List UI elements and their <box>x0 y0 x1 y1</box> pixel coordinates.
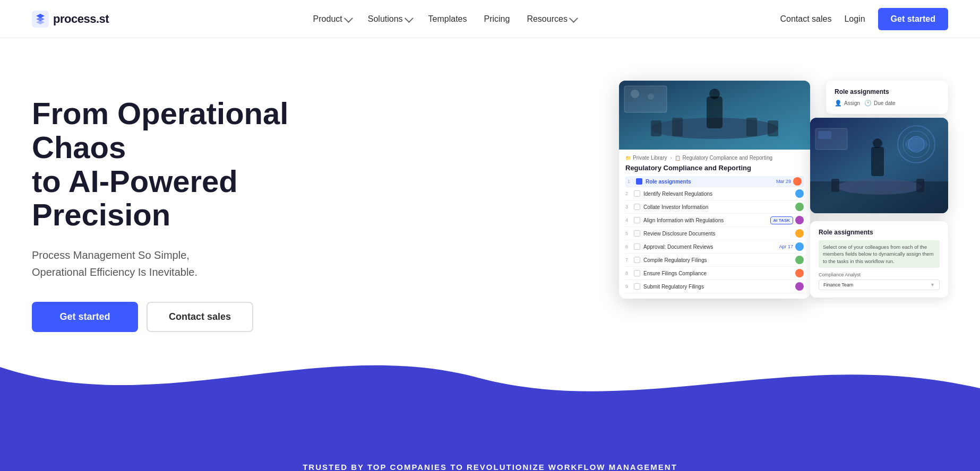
contact-sales-hero-button[interactable]: Contact sales <box>147 302 253 332</box>
ai-task-badge: AI TASK <box>770 216 793 224</box>
large-office-image <box>810 118 948 213</box>
task-checkbox[interactable] <box>634 204 640 210</box>
logo[interactable]: process.st <box>32 11 109 28</box>
svg-point-8 <box>709 89 720 99</box>
task-item: 5 Review Disclosure Documents <box>625 227 804 240</box>
task-checkbox[interactable] <box>634 230 640 237</box>
nav-resources[interactable]: Resources <box>527 14 575 24</box>
hero-buttons: Get started Contact sales <box>32 302 329 332</box>
due-date-field: 🕐 Due date <box>864 100 896 107</box>
trusted-text: TRUSTED BY TOP COMPANIES TO REVOLUTIONIZ… <box>32 463 948 471</box>
task-item: 3 Collate Investor Information <box>625 200 804 214</box>
role-card-row: 👤 Assign 🕐 Due date <box>835 100 940 107</box>
task-avatar <box>795 256 804 264</box>
svg-rect-3 <box>651 120 661 136</box>
hero-section: From Operational Chaos to AI-Powered Pre… <box>0 38 980 346</box>
task-item: 9 Submit Regulatory Filings <box>625 280 804 293</box>
task-checkbox[interactable] <box>636 178 642 185</box>
task-checkbox[interactable] <box>634 190 640 197</box>
workflow-screenshot-card: 📁 Private Library › 📋 Regulatory Complia… <box>619 81 810 299</box>
wave-background <box>0 335 980 431</box>
role-assignments-top-card: Role assignments 👤 Assign 🕐 Due date <box>826 81 948 114</box>
task-item: 2 Identify Relevant Regulations <box>625 187 804 200</box>
svg-rect-6 <box>768 120 778 136</box>
svg-rect-9 <box>624 86 667 112</box>
nav-pricing[interactable]: Pricing <box>484 14 510 24</box>
nav-actions: Contact sales Login Get started <box>780 8 948 30</box>
chevron-down-icon <box>569 14 578 23</box>
task-checkbox[interactable] <box>634 257 640 263</box>
task-checkbox[interactable] <box>634 270 640 276</box>
role-select-dropdown[interactable]: Finance Team ▼ <box>819 280 940 290</box>
breadcrumb: 📁 Private Library › 📋 Regulatory Complia… <box>625 155 804 161</box>
svg-rect-19 <box>831 179 839 192</box>
task-avatar <box>795 203 804 211</box>
task-avatar <box>795 189 804 198</box>
svg-point-10 <box>631 90 639 98</box>
svg-rect-4 <box>672 118 683 136</box>
nav-links: Product Solutions Templates Pricing Reso… <box>313 14 576 24</box>
task-item: 7 Compile Regulatory Filings <box>625 254 804 267</box>
svg-point-22 <box>873 138 882 148</box>
task-checkbox[interactable] <box>634 217 640 223</box>
role-select-label: Compliance Analyst <box>819 272 940 277</box>
task-avatar <box>795 216 804 224</box>
chevron-down-icon <box>344 14 353 23</box>
chevron-down-icon <box>405 14 414 23</box>
workflow-task-list: 1 Role assignments Mar 29 2 <box>625 176 804 293</box>
role-card-title: Role assignments <box>835 88 940 95</box>
large-screenshot-card <box>810 118 948 213</box>
task-checkbox[interactable] <box>634 243 640 250</box>
conference-image <box>619 81 810 150</box>
nav-product[interactable]: Product <box>313 14 351 24</box>
svg-rect-20 <box>916 179 924 192</box>
wave-shape <box>0 335 980 431</box>
task-avatar <box>795 282 804 291</box>
clock-icon: 🕐 <box>864 100 872 107</box>
task-item: 1 Role assignments Mar 29 <box>625 176 804 187</box>
task-avatar <box>793 177 802 186</box>
role-bottom-description: Select one of your colleagues from each … <box>819 240 940 268</box>
logo-text: process.st <box>53 12 109 26</box>
workflow-panel: 📁 Private Library › 📋 Regulatory Complia… <box>619 150 810 299</box>
hero-visual: Role assignments 👤 Assign 🕐 Due date <box>619 81 948 346</box>
chevron-down-icon: ▼ <box>930 282 935 287</box>
get-started-hero-button[interactable]: Get started <box>32 302 138 332</box>
svg-rect-21 <box>871 147 884 176</box>
svg-rect-5 <box>746 118 757 136</box>
navigation: process.st Product Solutions Templates P… <box>0 0 980 38</box>
task-item: 4 Align Information with Regulations AI … <box>625 214 804 227</box>
workflow-title: Regulatory Compliance and Reporting <box>625 164 804 172</box>
hero-subtitle: Process Management So Simple, Operationa… <box>32 247 329 281</box>
workflow-hero-image <box>619 81 810 150</box>
task-item: 6 Approval: Document Reviews Apr 17 <box>625 240 804 254</box>
svg-point-11 <box>648 93 654 100</box>
hero-content: From Operational Chaos to AI-Powered Pre… <box>32 81 329 332</box>
task-avatar <box>795 269 804 277</box>
task-item: 8 Ensure Filings Compliance <box>625 267 804 280</box>
svg-rect-24 <box>818 131 831 139</box>
role-assignments-bottom-card: Role assignments Select one of your coll… <box>810 221 948 298</box>
nav-solutions[interactable]: Solutions <box>368 14 411 24</box>
nav-templates[interactable]: Templates <box>428 14 467 24</box>
user-icon: 👤 <box>835 100 842 107</box>
task-avatar <box>795 242 804 251</box>
task-checkbox[interactable] <box>634 283 640 290</box>
hero-title: From Operational Chaos to AI-Powered Pre… <box>32 97 329 232</box>
get-started-nav-button[interactable]: Get started <box>878 8 948 30</box>
logo-icon <box>32 11 49 28</box>
wave-section: TRUSTED BY TOP COMPANIES TO REVOLUTIONIZ… <box>0 335 980 471</box>
role-bottom-title: Role assignments <box>819 229 940 236</box>
blue-trust-section: TRUSTED BY TOP COMPANIES TO REVOLUTIONIZ… <box>0 431 980 471</box>
login-link[interactable]: Login <box>844 14 865 24</box>
assign-field: 👤 Assign <box>835 100 860 107</box>
task-avatar <box>795 229 804 238</box>
svg-rect-7 <box>707 97 723 128</box>
svg-point-16 <box>906 138 927 151</box>
svg-point-18 <box>837 179 922 195</box>
contact-sales-link[interactable]: Contact sales <box>780 14 831 24</box>
